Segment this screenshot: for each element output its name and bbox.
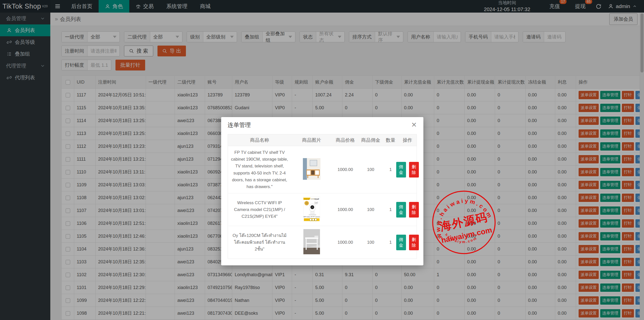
product-actions: 佣金删除 xyxy=(400,235,415,250)
modal-column-操作: 操作 xyxy=(398,134,417,146)
commission-button[interactable]: 佣金 xyxy=(396,162,406,177)
product-actions-cell: 佣金删除 xyxy=(398,226,417,259)
product-image-tv-cabinet xyxy=(303,158,320,180)
product-image-desk xyxy=(303,229,320,254)
commission-button[interactable]: 佣金 xyxy=(396,202,406,218)
svg-text:Vstarcam C21S: Vstarcam C21S xyxy=(304,198,314,200)
product-price: 1000.00 xyxy=(332,193,359,226)
modal-column-商品价格: 商品价格 xyxy=(332,134,359,146)
product-actions-cell: 佣金删除 xyxy=(398,193,417,226)
modal-title: 连单管理 xyxy=(228,121,251,129)
modal-column-数量: 数量 xyxy=(383,134,398,146)
svg-text:Onvif: Onvif xyxy=(314,198,319,200)
product-image-cell xyxy=(291,146,332,193)
modal-column-商品名称: 商品名称 xyxy=(228,134,291,146)
product-price: 1000.00 xyxy=(332,146,359,193)
delete-button[interactable]: 删除 xyxy=(409,162,419,177)
product-actions-cell: 佣金删除 xyxy=(398,146,417,193)
chain-order-modal: 连单管理 ✕ 商品名称商品图片商品价格商品佣金数量操作 FP TV cabine… xyxy=(221,117,423,265)
product-image-ip-camera: Vstarcam C21SOnvif2MP2MP Indoor IP PT Ca… xyxy=(303,196,320,222)
product-name: Wireless CCTV WIFI IP Camera model C21(1… xyxy=(228,193,291,226)
svg-text:2MP Indoor IP PT Camera: 2MP Indoor IP PT Camera xyxy=(303,216,320,218)
modal-header: 连单管理 ✕ xyxy=(221,117,423,133)
delete-button[interactable]: 删除 xyxy=(409,235,419,250)
product-name: FP TV cabinet TV shelf TV cabinet 190CM,… xyxy=(228,146,291,193)
modal-body: 商品名称商品图片商品价格商品佣金数量操作 FP TV cabinet TV sh… xyxy=(221,133,423,265)
product-row: Wireless CCTV WIFI IP Camera model C21(1… xyxy=(228,193,417,226)
product-name: Oy โต๊ะ120CM โต๊ะทำงานไม้ โต๊ะคอมพิวเตอร… xyxy=(228,226,291,259)
product-image-cell: Vstarcam C21SOnvif2MP2MP Indoor IP PT Ca… xyxy=(291,193,332,226)
product-table-header: 商品名称商品图片商品价格商品佣金数量操作 xyxy=(228,134,417,146)
product-commission: 100 xyxy=(359,146,383,193)
product-commission: 100 xyxy=(359,193,383,226)
commission-button[interactable]: 佣金 xyxy=(396,235,406,250)
modal-column-商品图片: 商品图片 xyxy=(291,134,332,146)
product-table: 商品名称商品图片商品价格商品佣金数量操作 FP TV cabinet TV sh… xyxy=(228,134,417,259)
product-actions: 佣金删除 xyxy=(400,162,415,177)
product-actions: 佣金删除 xyxy=(400,202,415,218)
product-price: 1000.00 xyxy=(332,226,359,259)
product-row: Oy โต๊ะ120CM โต๊ะทำงานไม้ โต๊ะคอมพิวเตอร… xyxy=(228,226,417,259)
close-icon[interactable]: ✕ xyxy=(411,122,417,128)
product-commission: 100 xyxy=(359,226,383,259)
product-row: FP TV cabinet TV shelf TV cabinet 190CM,… xyxy=(228,146,417,193)
modal-column-商品佣金: 商品佣金 xyxy=(359,134,383,146)
product-image-cell xyxy=(291,226,332,259)
svg-text:2MP: 2MP xyxy=(315,202,318,204)
delete-button[interactable]: 删除 xyxy=(409,202,419,218)
